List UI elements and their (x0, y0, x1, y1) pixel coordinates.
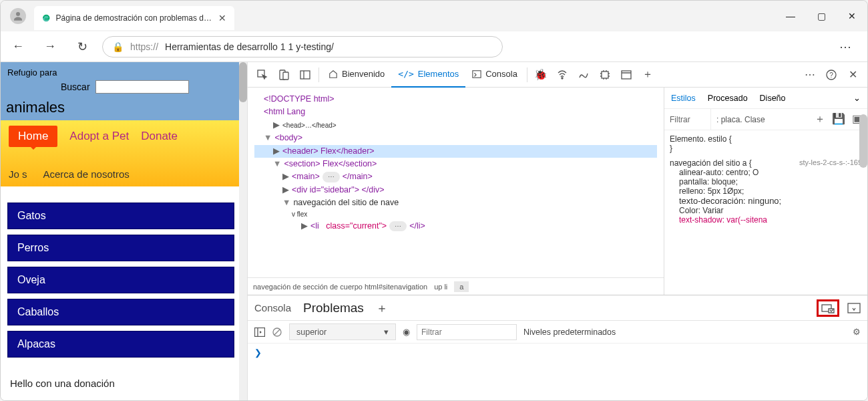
styles-scrollbar[interactable] (859, 88, 867, 295)
edge-icon (42, 13, 51, 23)
device-icon[interactable] (273, 64, 294, 86)
search-label: Buscar (61, 82, 90, 92)
list-item[interactable]: Caballos (7, 299, 234, 325)
search-input[interactable] (95, 80, 189, 94)
donation-text: Hello con una donación (10, 378, 232, 389)
styles-filter-input[interactable]: Filtrar (664, 109, 711, 130)
svg-line-19 (274, 329, 280, 335)
gear-icon[interactable]: ⚙ (853, 327, 861, 337)
console-filter-input[interactable] (417, 324, 517, 340)
list-item[interactable]: Oveja (7, 267, 234, 293)
nav-adopt[interactable]: Adopt a Pet (69, 130, 129, 143)
console-prompt: ❯ (254, 348, 262, 358)
context-dropdown[interactable]: superior▾ (289, 323, 396, 340)
drawer-tab-console[interactable]: Consola (254, 302, 291, 313)
styles-chip[interactable]: : placa. Clase (711, 115, 771, 124)
list-item[interactable]: Perros (7, 235, 234, 261)
svg-rect-4 (283, 72, 288, 80)
styles-pane: Estilos Procesado Diseño ⌄ Filtrar : pla… (664, 88, 867, 295)
tab-elements[interactable]: </>Elementos (391, 62, 465, 88)
nav-jos[interactable]: Jo s (9, 168, 27, 180)
help-icon[interactable]: ? (821, 64, 842, 86)
console-body[interactable]: ❯ (248, 344, 867, 401)
page-scrollbar[interactable] (239, 62, 247, 401)
svg-rect-10 (622, 71, 631, 79)
window-titlebar: Página de demostración con problemas de … (1, 1, 867, 31)
tab-styles[interactable]: Estilos (671, 94, 696, 103)
tab-console[interactable]: Consola (465, 62, 524, 88)
styles-tabs: Estilos Procesado Diseño ⌄ (664, 88, 867, 109)
nav-donate[interactable]: Donate (141, 130, 178, 143)
clear-icon[interactable] (272, 327, 282, 338)
styles-rules[interactable]: Elemento. estilo { } navegación del siti… (664, 130, 867, 295)
performance-icon[interactable] (573, 64, 594, 86)
app-icon[interactable] (616, 64, 637, 86)
refresh-button[interactable]: ↻ (70, 35, 94, 59)
svg-point-8 (562, 78, 563, 79)
more-icon[interactable]: ⋯ (799, 64, 821, 86)
console-drawer: Consola Problemas ＋ superior▾ ◉ Niveles … (248, 295, 867, 401)
sidebar-toggle-icon[interactable] (254, 327, 265, 337)
page-viewport: Refugio para Buscar animales Home Adopt … (1, 62, 248, 401)
url-protocol: https:// (130, 41, 158, 52)
panel-icon[interactable] (294, 64, 316, 86)
chevron-down-icon: ▾ (384, 327, 389, 337)
back-button[interactable]: ← (6, 35, 30, 59)
tab-layout[interactable]: Diseño (760, 94, 786, 103)
dom-tree[interactable]: <!DOCTYPE html> <html Lang ▶<head>…</hea… (248, 88, 664, 277)
browser-tab[interactable]: Página de demostración con problemas de … (34, 6, 234, 30)
window-controls: ― ▢ ✕ (775, 1, 867, 31)
site-title-2: animales (1, 98, 241, 120)
tab-welcome[interactable]: Bienvenido (322, 62, 391, 88)
nav-home[interactable]: Home (9, 126, 57, 147)
eye-icon[interactable]: ◉ (403, 327, 410, 337)
category-list: Gatos Perros Oveja Caballos Alpacas (7, 203, 234, 358)
devtools-toolbar: Bienvenido </>Elementos Consola 🐞 ＋ ⋯ ? … (248, 62, 867, 88)
plus-icon[interactable]: ＋ (815, 112, 825, 126)
network-icon[interactable] (552, 64, 573, 86)
minimize-button[interactable]: ― (775, 1, 806, 31)
svg-rect-5 (300, 71, 310, 79)
svg-text:?: ? (829, 72, 833, 79)
close-window-button[interactable]: ✕ (837, 1, 867, 31)
dom-breadcrumb[interactable]: navegación de sección de cuerpo html#sit… (248, 277, 664, 295)
plus-icon[interactable]: ＋ (637, 64, 658, 86)
close-devtools-icon[interactable]: ✕ (842, 64, 863, 86)
svg-point-0 (16, 12, 20, 16)
site-title-1: Refugio para (7, 68, 234, 78)
nav-about[interactable]: Acerca de nosotros (43, 168, 130, 180)
tab-computed[interactable]: Procesado (708, 94, 748, 103)
drawer-tab-problems[interactable]: Problemas (303, 301, 364, 315)
log-levels[interactable]: Niveles predeterminados (523, 327, 616, 337)
profile-avatar[interactable] (10, 8, 26, 24)
tab-title: Página de demostración con problemas de … (56, 13, 213, 23)
site-nav: Home Adopt a Pet Donate Jo s Acerca de n… (1, 120, 241, 186)
lock-icon: 🔒 (112, 41, 124, 52)
drawer-plus-icon[interactable]: ＋ (376, 300, 388, 316)
svg-rect-9 (602, 72, 608, 78)
maximize-button[interactable]: ▢ (806, 1, 837, 31)
devtools-panel: Bienvenido </>Elementos Consola 🐞 ＋ ⋯ ? … (248, 62, 867, 401)
issues-icon[interactable] (817, 299, 839, 317)
memory-icon[interactable] (594, 64, 616, 86)
list-item[interactable]: Alpacas (7, 331, 234, 358)
address-bar[interactable]: 🔒 https://Herramientas de desarrollo 1 1… (102, 36, 503, 57)
forward-button[interactable]: → (38, 35, 62, 59)
dock-icon[interactable] (847, 303, 861, 313)
dom-tree-pane: <!DOCTYPE html> <html Lang ▶<head>…</hea… (248, 88, 664, 295)
save-icon[interactable]: 💾 (832, 112, 845, 126)
list-item[interactable]: Gatos (7, 203, 234, 229)
svg-rect-7 (473, 70, 481, 78)
close-tab-icon[interactable]: ✕ (218, 13, 226, 23)
bug-icon[interactable]: 🐞 (530, 64, 552, 86)
url-path: Herramientas de desarrollo 1 1 y-testing… (165, 41, 334, 52)
browser-menu-button[interactable]: ⋯ (829, 39, 862, 54)
svg-rect-15 (848, 303, 860, 313)
inspect-icon[interactable] (252, 64, 273, 86)
toolbar: ← → ↻ 🔒 https://Herramientas de desarrol… (1, 31, 867, 62)
